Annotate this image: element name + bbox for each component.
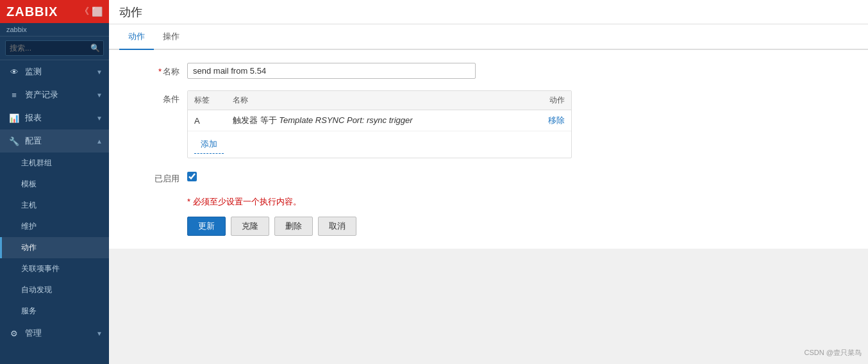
content-area: 动作 操作 *名称 条件: [109, 24, 868, 364]
sidebar-username: zabbix: [0, 23, 109, 37]
condition-name-italic: Template RSYNC Port: rsync trigger: [279, 115, 412, 125]
chevron-up-icon: ▲: [96, 138, 103, 145]
chevron-down-icon: ▼: [96, 92, 103, 99]
sidebar-item-admin[interactable]: ⚙ 管理 ▼: [0, 322, 109, 345]
condition-name: 触发器 等于 Template RSYNC Port: rsync trigge…: [233, 115, 526, 126]
sidebar-sub-label: 服务: [21, 306, 37, 317]
col-label-header: 标签: [194, 95, 233, 106]
sidebar-item-actions[interactable]: 动作: [0, 237, 109, 258]
form-body: *名称 条件 标签 名称 动作: [109, 50, 868, 249]
reports-icon: 📊: [8, 113, 20, 123]
sidebar-item-hosts[interactable]: 主机: [0, 195, 109, 216]
admin-icon: ⚙: [8, 329, 20, 338]
tab-bar: 动作 操作: [109, 24, 868, 50]
action-buttons: 更新 克隆 删除 取消: [187, 217, 849, 236]
tab-action[interactable]: 动作: [119, 24, 154, 50]
sidebar-item-monitor[interactable]: 👁 监测 ▼: [0, 60, 109, 83]
name-row: *名称: [128, 63, 849, 79]
sidebar-item-services[interactable]: 服务: [0, 301, 109, 322]
sidebar-nav: 👁 监测 ▼ ≡ 资产记录 ▼ 📊 报表 ▼ 🔧 配置 ▲ 主机群组 模板 主机: [0, 60, 109, 364]
logo-text: ZABBIX: [6, 4, 58, 19]
col-action-header: 动作: [526, 95, 565, 106]
chevron-down-icon: ▼: [96, 115, 103, 122]
col-name-header: 名称: [233, 95, 526, 106]
sidebar-sub-label: 维护: [21, 221, 37, 232]
expand-icon[interactable]: ⬜: [92, 6, 103, 17]
sidebar-item-label: 资产记录: [25, 89, 91, 101]
logo-icons: 《 ⬜: [80, 6, 103, 17]
sidebar-item-label: 监测: [25, 66, 91, 78]
tab-operations[interactable]: 操作: [154, 24, 188, 50]
cancel-button[interactable]: 取消: [318, 217, 356, 236]
sidebar-item-correlation[interactable]: 关联项事件: [0, 258, 109, 279]
search-icon: 🔍: [90, 44, 100, 53]
page-title: 动作: [119, 4, 142, 20]
sidebar-item-reports[interactable]: 📊 报表 ▼: [0, 106, 109, 129]
form-card: 动作 操作 *名称 条件: [109, 24, 868, 249]
name-label: *名称: [128, 63, 179, 78]
sidebar-item-label: 配置: [25, 135, 91, 147]
conditions-label: 条件: [128, 90, 179, 105]
sidebar-sub-label: 自动发现: [21, 285, 52, 295]
condition-name-prefix: 触发器 等于: [233, 115, 279, 125]
sidebar: ZABBIX 《 ⬜ zabbix 🔍 👁 监测 ▼ ≡ 资产记录 ▼ 📊 报表…: [0, 0, 109, 364]
conditions-table-header: 标签 名称 动作: [188, 91, 571, 110]
search-input[interactable]: [5, 40, 104, 56]
sidebar-item-maintenance[interactable]: 维护: [0, 216, 109, 237]
sidebar-sub-label: 主机: [21, 200, 37, 211]
add-condition-row: 添加: [188, 131, 571, 158]
condition-badge: A: [194, 116, 233, 126]
config-icon: 🔧: [8, 136, 20, 146]
conditions-row: 条件 标签 名称 动作 A 触发器 等于 Template RS: [128, 90, 849, 158]
enabled-control: [187, 170, 849, 181]
clone-button[interactable]: 克隆: [231, 217, 269, 236]
warning-text: * 必须至少设置一个执行内容。: [187, 196, 849, 208]
name-control: [187, 63, 849, 79]
sidebar-logo: ZABBIX 《 ⬜: [0, 0, 109, 23]
name-input[interactable]: [187, 63, 476, 79]
condition-row: A 触发器 等于 Template RSYNC Port: rsync trig…: [188, 110, 571, 131]
page-header: 动作: [109, 0, 868, 24]
watermark: CSDN @壹只菜鸟: [805, 348, 862, 358]
sidebar-sub-label: 模板: [21, 179, 37, 190]
delete-button[interactable]: 删除: [274, 217, 313, 236]
enabled-label: 已启用: [128, 170, 179, 185]
monitor-icon: 👁: [8, 67, 20, 77]
assets-icon: ≡: [8, 90, 20, 100]
sidebar-item-discovery[interactable]: 自动发现: [0, 279, 109, 301]
main-content: 动作 动作 操作 *名称: [109, 0, 868, 364]
sidebar-item-hostgroups[interactable]: 主机群组: [0, 153, 109, 174]
required-star: *: [158, 67, 162, 76]
enabled-checkbox[interactable]: [187, 172, 197, 181]
chevron-down-icon: ▼: [96, 69, 103, 76]
remove-condition-link[interactable]: 移除: [526, 115, 565, 126]
sidebar-item-templates[interactable]: 模板: [0, 174, 109, 195]
sidebar-sub-label: 关联项事件: [21, 263, 60, 274]
conditions-control: 标签 名称 动作 A 触发器 等于 Template RSYNC Port: r…: [187, 90, 849, 158]
sidebar-item-assets[interactable]: ≡ 资产记录 ▼: [0, 83, 109, 106]
sidebar-item-label: 管理: [25, 327, 91, 339]
update-button[interactable]: 更新: [187, 217, 226, 236]
sidebar-item-config[interactable]: 🔧 配置 ▲: [0, 129, 109, 153]
sidebar-sub-label: 主机群组: [21, 158, 52, 169]
chevron-down-icon: ▼: [96, 330, 103, 337]
sidebar-sub-label: 动作: [21, 242, 37, 253]
sidebar-search: 🔍: [0, 37, 109, 60]
conditions-table: 标签 名称 动作 A 触发器 等于 Template RSYNC Port: r…: [187, 90, 572, 158]
enabled-row: 已启用: [128, 170, 849, 185]
collapse-icon[interactable]: 《: [80, 6, 89, 17]
add-condition-link[interactable]: 添加: [194, 135, 224, 154]
sidebar-item-label: 报表: [25, 112, 91, 124]
